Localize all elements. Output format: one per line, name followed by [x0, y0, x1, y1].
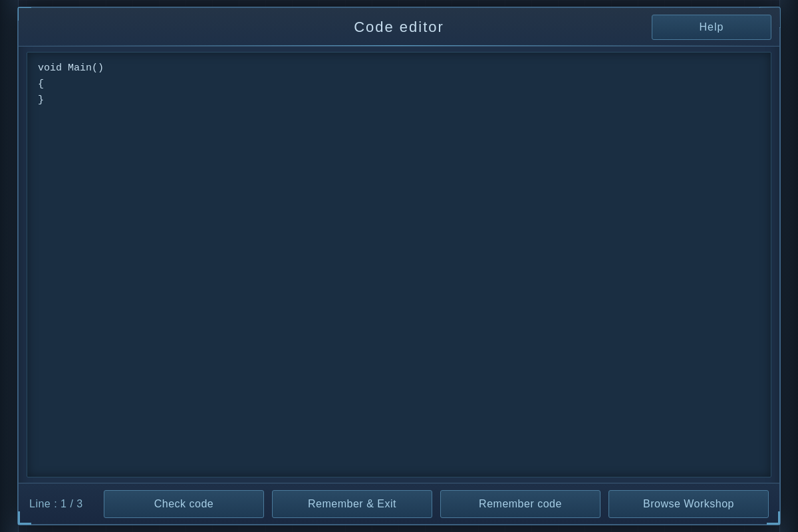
side-panel-right	[779, 0, 798, 532]
check-code-button[interactable]: Check code	[104, 490, 264, 518]
line-indicator: Line : 1 / 3	[29, 498, 96, 510]
editor-window: ✕ Code editor Help Line : 1 / 3 Check co…	[17, 7, 781, 525]
code-area-wrapper	[19, 47, 779, 483]
code-editor[interactable]	[27, 52, 771, 477]
title-bar: Code editor Help	[19, 8, 779, 47]
window-title: Code editor	[354, 19, 444, 36]
browse-workshop-button[interactable]: Browse Workshop	[608, 490, 769, 518]
corner-br	[767, 511, 780, 525]
status-bar: Line : 1 / 3 Check code Remember & Exit …	[19, 483, 779, 524]
remember-code-button[interactable]: Remember code	[440, 490, 600, 518]
side-panel-left	[0, 0, 19, 532]
corner-bl	[18, 511, 31, 525]
remember-exit-button[interactable]: Remember & Exit	[272, 490, 432, 518]
help-button[interactable]: Help	[652, 15, 771, 40]
